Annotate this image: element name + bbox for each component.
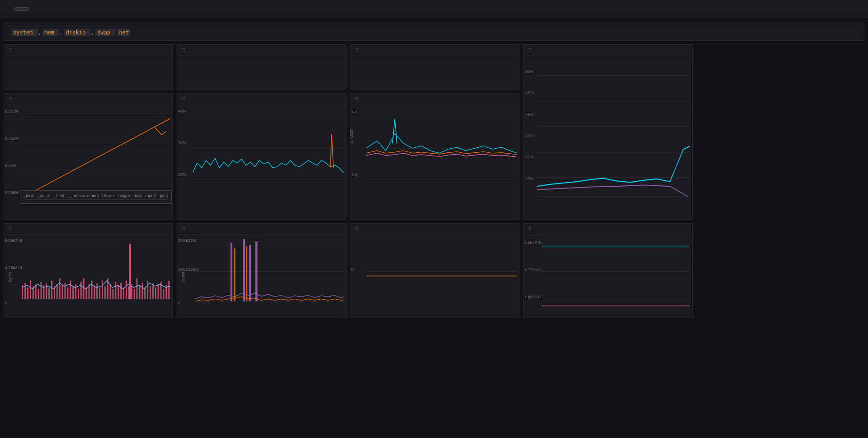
ncpus-body: [177, 56, 346, 86]
svg-rect-83: [234, 249, 236, 301]
svg-rect-34: [62, 285, 63, 299]
y-label-801: 8.01%: [5, 163, 17, 168]
svg-rect-20: [24, 283, 26, 299]
svg-rect-74: [168, 281, 170, 299]
system-load-chart: [350, 104, 519, 217]
code-system: system: [11, 29, 38, 36]
svg-rect-68: [152, 283, 154, 299]
svg-rect-75: [129, 244, 131, 299]
svg-rect-82: [255, 241, 258, 301]
drag-handle-icon: ⠿: [355, 47, 359, 53]
system-load-chart-panel: ⠿ 5.5 5 4.5 Load: [350, 93, 519, 220]
y-label-0: 0: [351, 267, 354, 272]
y-label-8011b: 8.011%: [5, 136, 19, 141]
disk-usage-header: ⠿: [4, 94, 173, 104]
svg-rect-30: [51, 281, 52, 299]
svg-rect-26: [40, 282, 42, 299]
svg-rect-43: [86, 287, 87, 299]
code-net: net: [117, 29, 131, 36]
svg-rect-55: [118, 285, 119, 299]
svg-rect-65: [144, 287, 146, 299]
code-swap: swap: [95, 29, 115, 36]
svg-rect-80: [243, 239, 245, 301]
system-uptime-header: ⠿: [4, 45, 173, 56]
svg-rect-40: [78, 289, 79, 299]
svg-rect-29: [48, 287, 50, 299]
svg-rect-46: [94, 286, 95, 299]
svg-rect-63: [139, 285, 140, 299]
disk-io-body: 9.5367 M 4.7684 M 0 Bytes: [4, 235, 173, 315]
svg-rect-41: [80, 282, 82, 299]
system-uptime-panel: ⠿: [4, 44, 173, 89]
processes-panel: ⠿ 0: [350, 223, 519, 318]
system-load-chart-body: 5.5 5 4.5 Load: [350, 104, 519, 217]
y-label-4768: 4.7684 M: [5, 265, 22, 270]
processes-title: ⠿: [355, 226, 363, 232]
disk-io-chart: [4, 235, 173, 315]
system-uptime-body: [4, 56, 173, 86]
svg-rect-54: [115, 282, 116, 299]
y-axis-label-load: Load: [350, 129, 354, 138]
disk-io-panel: ⠿: [4, 223, 173, 318]
svg-rect-57: [123, 287, 124, 299]
svg-rect-81: [249, 245, 251, 301]
drag-handle-icon: ⠿: [528, 226, 532, 232]
system-load-stat-title: ⠿: [355, 47, 363, 53]
svg-rect-67: [150, 286, 151, 299]
svg-rect-42: [83, 278, 85, 299]
swap-header: ⠿: [524, 224, 692, 235]
y-label-390k: 390.625 K: [178, 238, 197, 243]
th-path: path: [160, 193, 168, 198]
processes-body: 0: [350, 235, 519, 315]
memory-usage-chart: [524, 56, 692, 217]
th-mode: mode: [145, 193, 156, 198]
drag-handle-icon: ⠿: [9, 47, 12, 53]
svg-rect-48: [99, 287, 100, 299]
drag-handle-icon: ⠿: [355, 226, 359, 232]
dashboard-grid: ⠿ ⠿ ⠿: [0, 44, 868, 322]
th-field: _field: [54, 193, 64, 198]
y-label-45: 4.5: [351, 172, 357, 177]
drag-handle-icon: ⠿: [9, 226, 12, 232]
th-device: device: [103, 193, 115, 198]
drag-handle-icon: ⠿: [182, 226, 185, 232]
note-panel: system , mem , diskio , swap net: [4, 22, 864, 41]
cpu-usage-title: ⠿: [182, 96, 190, 102]
network-header: ⠿: [177, 224, 346, 235]
swap-body: 5.5879 G 3.7253 G 1.8626 G: [524, 235, 692, 315]
drag-handle-icon: ⠿: [355, 96, 359, 102]
disk-usage-body: 8.011% 8.011% 8.01% 8.009% _time _value …: [4, 104, 173, 217]
top-nav: [0, 0, 868, 18]
svg-rect-50: [104, 286, 106, 299]
svg-rect-39: [75, 284, 76, 299]
svg-rect-32: [57, 284, 58, 299]
swap-chart: [524, 235, 692, 315]
svg-rect-33: [59, 278, 61, 299]
svg-rect-22: [30, 281, 31, 299]
system-load-chart-header: ⠿: [350, 94, 519, 104]
y-label-40: 40%: [178, 109, 186, 113]
bucket-dropdown[interactable]: [14, 7, 29, 11]
swap-panel: ⠿ 5.5879 G 3.7253 G 1.8626 G: [523, 223, 693, 318]
y-label-5587: 5.5879 G: [524, 240, 541, 245]
y-label-195k: 195.3125 K: [178, 267, 199, 272]
svg-rect-84: [246, 246, 247, 301]
y-label-8011a: 8.011%: [5, 109, 19, 113]
code-mem: mem: [42, 29, 59, 36]
th-time: _time: [24, 193, 34, 198]
svg-rect-25: [38, 289, 39, 299]
tooltip-headers: _time _value _field __measurement device…: [24, 193, 168, 200]
network-panel: ⠿ 390.625 K 195: [177, 223, 346, 318]
y-label-0: 0: [178, 301, 180, 305]
th-host: host: [133, 193, 142, 198]
ncpus-title: ⠿: [182, 47, 190, 53]
svg-rect-58: [126, 281, 127, 299]
system-uptime-title: ⠿: [9, 47, 17, 53]
y-label-20: 20%: [178, 172, 186, 177]
svg-rect-79: [231, 243, 232, 301]
system-load-stat-header: ⠿: [350, 45, 519, 56]
svg-rect-21: [27, 287, 28, 299]
y-label-55: 5.5: [351, 109, 357, 113]
memory-usage-body: 50% 48% 46% 44% 42% 40%: [524, 56, 692, 217]
th-value: _value: [38, 193, 50, 198]
